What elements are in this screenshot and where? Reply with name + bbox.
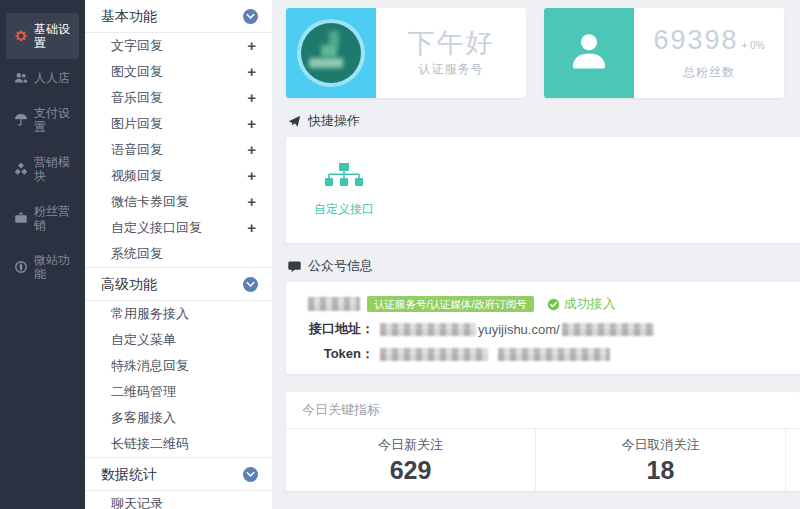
section-title: 数据统计 <box>101 465 157 483</box>
metric-label: 今日取消关注 <box>622 436 700 454</box>
app-window: 基础设置 人人店 支付设置 营销模块 粉丝营销 <box>0 0 800 509</box>
metric-new-follows: 今日新关注 629 <box>286 429 536 491</box>
submenu-item-qrcode-management[interactable]: 二维码管理 <box>85 379 272 405</box>
token-label: Token： <box>286 345 374 363</box>
primary-sidebar: 基础设置 人人店 支付设置 营销模块 粉丝营销 <box>0 0 85 509</box>
overview-cards-row: 下午好 认证服务号 69398+ 0% 总粉丝数 <box>286 8 800 98</box>
sidebar-item-label: 粉丝营销 <box>34 204 77 232</box>
submenu-item-system-reply[interactable]: 系统回复 <box>85 241 272 267</box>
redacted-url-prefix <box>380 323 476 336</box>
plus-icon[interactable]: + <box>247 193 256 211</box>
submenu-item-image-text-reply[interactable]: 图文回复 + <box>85 59 272 85</box>
plus-icon[interactable]: + <box>247 219 256 237</box>
chevron-circle-down-icon[interactable] <box>243 9 258 24</box>
token-row: Token： <box>286 345 800 363</box>
greeting-text: 下午好 <box>408 28 495 58</box>
person-icon <box>567 29 611 77</box>
sidebar-item-marketing-modules[interactable]: 营销模块 <box>6 146 79 192</box>
cubes-icon <box>14 162 28 176</box>
custom-api-label: 自定义接口 <box>314 201 374 218</box>
sitemap-icon <box>325 163 363 192</box>
sidebar-item-label: 支付设置 <box>34 106 77 134</box>
menu-section-advanced-functions[interactable]: 高级功能 <box>85 267 272 301</box>
redacted-token-part2 <box>498 348 610 361</box>
metrics-card: 今日关键指标 今日新关注 629 今日取消关注 18 <box>286 392 800 491</box>
redacted-url-suffix <box>562 323 654 336</box>
submenu-item-text-reply[interactable]: 文字回复 + <box>85 33 272 59</box>
globe-icon <box>14 260 28 274</box>
sidebar-item-payment-settings[interactable]: 支付设置 <box>6 97 79 143</box>
submenu-item-custom-menu[interactable]: 自定义菜单 <box>85 327 272 353</box>
main-content: 下午好 认证服务号 69398+ 0% 总粉丝数 <box>272 0 800 509</box>
api-url-row: 接口地址： yuyijishu.com/ <box>286 320 800 338</box>
chevron-circle-down-icon[interactable] <box>243 277 258 292</box>
redacted-token-part1 <box>380 348 488 361</box>
account-type-badge: 认证服务号/认证媒体/政府订阅号 <box>367 296 534 312</box>
section-title: 高级功能 <box>101 275 157 293</box>
submenu-item-voice-reply[interactable]: 语音回复 + <box>85 137 272 163</box>
plus-icon[interactable]: + <box>247 167 256 185</box>
submenu-item-long-link-qrcode[interactable]: 长链接二维码 <box>85 431 272 457</box>
greeting-text-block: 下午好 认证服务号 <box>376 8 526 98</box>
metric-label: 今日新关注 <box>378 436 443 454</box>
metric-unfollows: 今日取消关注 18 <box>536 429 786 491</box>
submenu-item-common-service-access[interactable]: 常用服务接入 <box>85 301 272 327</box>
menu-section-data-statistics[interactable]: 数据统计 <box>85 457 272 491</box>
quick-actions-title: 快捷操作 <box>288 112 800 130</box>
section-title: 基本功能 <box>101 7 157 25</box>
paper-plane-icon <box>288 115 301 128</box>
submenu-item-wechat-card-reply[interactable]: 微信卡券回复 + <box>85 189 272 215</box>
fans-text-block: 69398+ 0% 总粉丝数 <box>634 8 784 98</box>
plus-icon[interactable]: + <box>247 37 256 55</box>
sidebar-item-label: 人人店 <box>34 71 70 85</box>
submenu-item-special-message-reply[interactable]: 特殊消息回复 <box>85 353 272 379</box>
submenu-item-video-reply[interactable]: 视频回复 + <box>85 163 272 189</box>
plus-icon[interactable]: + <box>247 89 256 107</box>
account-info-card: 认证服务号/认证媒体/政府订阅号 成功接入 接口地址： yuyijishu.co… <box>286 282 800 374</box>
secondary-menu: 基本功能 文字回复 + 图文回复 + 音乐回复 + 图片回复 + 语音回复 + … <box>85 0 272 509</box>
greeting-card: 下午好 认证服务号 <box>286 8 526 98</box>
submenu-item-picture-reply[interactable]: 图片回复 + <box>85 111 272 137</box>
plus-icon[interactable]: + <box>247 115 256 133</box>
fans-card: 69398+ 0% 总粉丝数 <box>544 8 784 98</box>
fans-count: 69398 <box>653 25 738 55</box>
sidebar-item-label: 微站功能 <box>34 253 77 281</box>
redacted-account-name <box>308 297 360 311</box>
sidebar-item-fan-marketing[interactable]: 粉丝营销 <box>6 195 79 241</box>
account-type-text: 认证服务号 <box>419 61 484 78</box>
fans-delta: + 0% <box>742 40 765 51</box>
menu-section-basic-functions[interactable]: 基本功能 <box>85 0 272 33</box>
sidebar-item-renren-shop[interactable]: 人人店 <box>6 62 79 94</box>
metrics-body: 今日新关注 629 今日取消关注 18 <box>286 429 800 491</box>
api-url-label: 接口地址： <box>286 320 374 338</box>
chevron-circle-down-icon[interactable] <box>243 467 258 482</box>
account-avatar-tile <box>286 8 376 98</box>
gear-icon <box>14 29 28 43</box>
avatar <box>301 23 361 83</box>
sidebar-item-microsite[interactable]: 微站功能 <box>6 244 79 290</box>
submenu-item-music-reply[interactable]: 音乐回复 + <box>85 85 272 111</box>
briefcase-icon <box>14 211 28 225</box>
comment-icon <box>288 260 301 273</box>
quick-actions-card: 自定义接口 <box>286 137 800 243</box>
account-identity-row: 认证服务号/认证媒体/政府订阅号 成功接入 <box>286 295 800 313</box>
plus-icon[interactable]: + <box>247 141 256 159</box>
check-circle-icon <box>547 298 560 311</box>
submenu-item-custom-api-reply[interactable]: 自定义接口回复 + <box>85 215 272 241</box>
metric-value: 629 <box>390 457 432 484</box>
metric-column-stub <box>786 429 800 491</box>
sidebar-item-label: 基础设置 <box>34 22 77 50</box>
umbrella-icon <box>14 113 28 127</box>
submenu-item-multi-customer-service[interactable]: 多客服接入 <box>85 405 272 431</box>
custom-api-action[interactable]: 自定义接口 <box>314 163 374 218</box>
sidebar-item-basic-settings[interactable]: 基础设置 <box>6 13 79 59</box>
fans-icon-tile <box>544 8 634 98</box>
users-icon <box>14 71 28 85</box>
account-info-title: 公众号信息 <box>288 257 800 275</box>
metrics-title: 今日关键指标 <box>286 392 800 429</box>
fans-count-row: 69398+ 0% <box>653 25 764 61</box>
submenu-item-chat-records[interactable]: 聊天记录 <box>85 491 272 509</box>
connection-status: 成功接入 <box>547 295 616 313</box>
plus-icon[interactable]: + <box>247 63 256 81</box>
sidebar-item-label: 营销模块 <box>34 155 77 183</box>
